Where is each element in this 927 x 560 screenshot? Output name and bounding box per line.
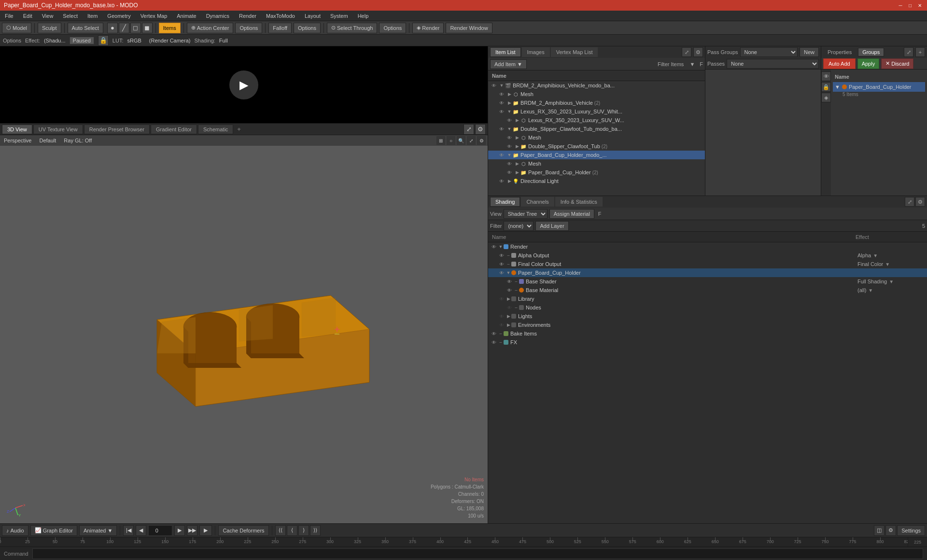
sh-eye-paper-board[interactable]: 👁 <box>498 270 506 276</box>
vertex-mode-btn[interactable]: ● <box>107 23 118 33</box>
group-item-paper-board[interactable]: ▼ Paper_Board_Cup_Holder <box>833 82 925 92</box>
sh-eye-render[interactable]: 👁 <box>490 244 498 250</box>
filter-icon[interactable]: ▼ <box>689 61 695 67</box>
eye-icon-1[interactable]: 👁 <box>498 90 506 98</box>
sh-arrow-lights[interactable]: ▶ <box>506 314 511 319</box>
sh-arrow-paper-board[interactable]: ▼ <box>506 270 511 275</box>
eye-icon-3[interactable]: 👁 <box>498 108 506 115</box>
eye-icon-2[interactable]: 👁 <box>498 99 506 107</box>
sh-row-lights[interactable]: 👁 ▶ Lights <box>488 312 927 321</box>
tree-item-4[interactable]: 👁 ▶ ⬡ Lexus_RX_350_2023_Luxury_SUV_W... <box>488 116 705 125</box>
sh-eye-nodes[interactable]: 👁 <box>506 305 513 310</box>
sh-arrow-alpha[interactable]: – <box>506 253 511 258</box>
tree-content[interactable]: 👁 ▼ 🎬 BRDM_2_Amphibious_Vehicle_modo_ba.… <box>488 81 705 196</box>
sh-arrow-bake-items[interactable]: – <box>498 331 504 336</box>
sh-row-base-shader[interactable]: 👁 – Base Shader Full Shading ▼ <box>488 277 927 286</box>
step-back-btn[interactable]: ◀ <box>136 525 146 536</box>
render-window-button[interactable]: Render Window <box>446 23 492 33</box>
shading-settings-icon[interactable]: ⚙ <box>915 197 925 207</box>
shading-tree[interactable]: 👁 ▼ Render 👁 – Alpha Output Alpha ▼ <box>488 242 927 523</box>
select-through-button[interactable]: ⊙ Select Through <box>327 23 377 33</box>
tree-item-5[interactable]: 👁 ▼ 📁 Double_Slipper_Clawfoot_Tub_modo_b… <box>488 125 705 133</box>
items-button[interactable]: Items <box>159 23 181 33</box>
passes-select[interactable]: None <box>727 59 819 69</box>
timeline-bar[interactable]: 0255075100125150175200225250275300325350… <box>0 537 927 546</box>
auto-add-button[interactable]: Auto Add <box>823 58 856 69</box>
sculpt-button[interactable]: Sculpt <box>38 23 61 33</box>
frame-input[interactable] <box>148 525 172 536</box>
menu-view[interactable]: View <box>40 12 56 20</box>
graph-editor-button[interactable]: 📈 Graph Editor <box>30 525 77 536</box>
transport-4[interactable]: ⟩⟩ <box>310 525 321 536</box>
sh-row-fx[interactable]: 👁 – FX <box>488 338 927 347</box>
sh-arrow-base-shader[interactable]: – <box>513 279 519 284</box>
maximize-btn[interactable]: □ <box>907 2 913 9</box>
sh-arrow-final-color[interactable]: – <box>506 262 511 266</box>
settings-button[interactable]: Settings <box>897 525 925 536</box>
sh-eye-alpha[interactable]: 👁 <box>498 253 506 258</box>
sh-effect-base-material-dropdown[interactable]: ▼ <box>868 288 873 293</box>
add-viewport-tab[interactable]: + <box>234 125 244 134</box>
options-button-1[interactable]: Options <box>235 23 262 33</box>
animated-button[interactable]: Animated ▼ <box>79 525 117 536</box>
edge-mode-btn[interactable]: ╱ <box>119 23 129 33</box>
shading-expand-icon[interactable]: ⤢ <box>905 197 914 207</box>
tree-item-7[interactable]: 👁 ▶ 📁 Double_Slipper_Clawfoot_Tub (2) <box>488 142 705 151</box>
sh-arrow-base-material[interactable]: – <box>513 288 519 293</box>
menu-help[interactable]: Help <box>356 12 371 20</box>
menu-render[interactable]: Render <box>237 12 258 20</box>
menu-select[interactable]: Select <box>61 12 80 20</box>
expand-icon-9[interactable]: ▶ <box>514 161 520 167</box>
menu-layout[interactable]: Layout <box>303 12 323 20</box>
groups-panel-settings-icon[interactable]: + <box>915 47 925 57</box>
action-center-button[interactable]: ⊕ Action Center <box>187 23 234 33</box>
tab-info-statistics[interactable]: Info & Statistics <box>555 197 603 207</box>
tab-vertex-map-list[interactable]: Vertex Map List <box>551 47 598 57</box>
poly-mode-btn[interactable]: ◻ <box>130 23 141 33</box>
panel-icon-btn-2[interactable]: ⚙ <box>693 47 703 57</box>
transport-3[interactable]: ⟩ <box>298 525 309 536</box>
close-btn[interactable]: ✕ <box>916 2 923 9</box>
step-forward-btn[interactable]: ▶ <box>174 525 185 536</box>
apply-button[interactable]: Apply <box>857 58 880 69</box>
play-label-btn[interactable]: ▶ <box>199 525 212 536</box>
group-eye-icon[interactable]: 👁 <box>821 71 831 81</box>
viewport-expand-icon[interactable]: ⤢ <box>464 124 474 135</box>
sh-row-base-material[interactable]: 👁 – Base Material (all) ▼ <box>488 286 927 294</box>
groups-panel-expand-icon[interactable]: ⤢ <box>904 47 913 57</box>
group-render-icon[interactable]: ◈ <box>821 93 831 102</box>
sh-eye-fx[interactable]: 👁 <box>490 340 498 345</box>
rewind-to-start-btn[interactable]: |◀ <box>123 525 134 536</box>
sh-arrow-library[interactable]: ▶ <box>506 296 511 301</box>
menu-animate[interactable]: Animate <box>175 12 198 20</box>
sh-row-environments[interactable]: 👁 ▶ Environments <box>488 321 927 329</box>
expand-icon-1[interactable]: ▶ <box>506 91 512 97</box>
tab-groups[interactable]: Groups <box>858 48 884 56</box>
falloff-button[interactable]: Falloff <box>268 23 292 33</box>
pass-groups-select[interactable]: None <box>740 47 798 57</box>
options-button-2[interactable]: Options <box>294 23 321 33</box>
tree-item-0[interactable]: 👁 ▼ 🎬 BRDM_2_Amphibious_Vehicle_modo_ba.… <box>488 81 705 90</box>
transport-1[interactable]: ⟨⟨ <box>275 525 286 536</box>
eye-icon-8[interactable]: 👁 <box>498 151 506 159</box>
menu-dynamics[interactable]: Dynamics <box>204 12 231 20</box>
panel-icon-btn-1[interactable]: ⤢ <box>682 47 691 57</box>
tab-schematic[interactable]: Schematic <box>198 125 233 134</box>
menu-file[interactable]: File <box>3 12 15 20</box>
render-button[interactable]: ◈ Render <box>412 23 444 33</box>
tab-uv-texture[interactable]: UV Texture View <box>33 125 83 134</box>
tab-render-preset[interactable]: Render Preset Browser <box>84 125 150 134</box>
expand-icon-10[interactable]: ▶ <box>514 169 520 175</box>
tree-item-2[interactable]: 👁 ▶ 📁 BRDM_2_Amphibious_Vehicle (2) <box>488 98 705 107</box>
eye-icon-0[interactable]: 👁 <box>490 82 498 89</box>
options-button-3[interactable]: Options <box>379 23 406 33</box>
expand-icon-4[interactable]: ▶ <box>514 117 520 123</box>
sh-effect-alpha[interactable]: Alpha ▼ <box>857 252 925 258</box>
timeline-ruler[interactable]: 0255075100125150175200225250275300325350… <box>0 537 908 547</box>
sh-row-alpha[interactable]: 👁 – Alpha Output Alpha ▼ <box>488 251 927 260</box>
transport-2[interactable]: ⟨ <box>287 525 297 536</box>
eye-icon-4[interactable]: 👁 <box>506 116 513 124</box>
tab-channels[interactable]: Channels <box>521 197 554 207</box>
audio-button[interactable]: ♪ Audio <box>2 525 28 536</box>
tab-3d-view[interactable]: 3D View <box>2 125 32 134</box>
